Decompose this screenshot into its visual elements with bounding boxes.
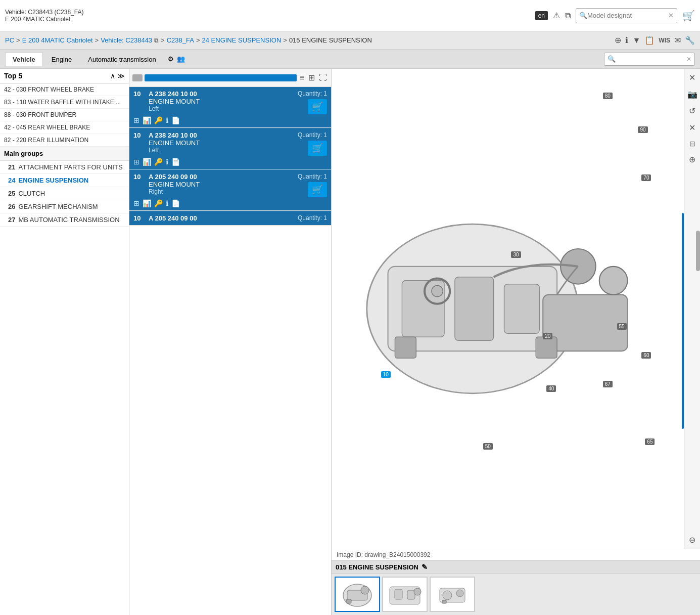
sidebar-top-item-4[interactable]: 42 - 045 REAR WHEEL BRAKE <box>0 121 129 134</box>
info-icon-1[interactable]: ℹ <box>166 116 168 124</box>
rt-camera-icon[interactable]: 📷 <box>685 87 699 101</box>
chart-icon-3[interactable]: 📊 <box>143 199 151 207</box>
rt-close-icon[interactable]: ✕ <box>687 71 697 84</box>
svg-point-14 <box>361 586 369 594</box>
toolbar-color-box <box>132 74 143 81</box>
sidebar-group-25[interactable]: 25 CLUTCH <box>0 187 129 200</box>
sidebar-group-21[interactable]: 21 ATTACHMENT PARTS FOR UNITS <box>0 161 129 174</box>
sidebar-groups-list[interactable]: 21 ATTACHMENT PARTS FOR UNITS 24 ENGINE … <box>0 161 129 615</box>
info-icon-3[interactable]: ℹ <box>166 199 168 207</box>
tab-search-box[interactable]: 🔍 ✕ <box>604 53 695 66</box>
doc-icon-3[interactable]: 📄 <box>171 199 180 207</box>
chart-icon-2[interactable]: 📊 <box>143 158 151 166</box>
add-to-cart-1[interactable]: 🛒 <box>308 99 327 114</box>
vehicle-id: Vehicle: C238443 (C238_FA) <box>5 9 83 16</box>
settings-icon[interactable]: ⚙ <box>168 55 174 63</box>
table-icon-1[interactable]: ⊞ <box>133 116 139 124</box>
tab-search-icon: 🔍 <box>608 55 616 63</box>
label-67: 67 <box>603 381 613 387</box>
filter-icon[interactable]: ▼ <box>632 36 640 45</box>
tab-vehicle[interactable]: Vehicle <box>5 52 43 66</box>
model-search-input[interactable] <box>587 12 668 19</box>
chart-icon-1[interactable]: 📊 <box>143 116 151 124</box>
part-row-2: 10 A 238 240 10 00 ENGINE MOUNT Left Qua… <box>129 128 331 169</box>
tab-engine[interactable]: Engine <box>44 52 79 66</box>
alert-icon[interactable]: ⚠ <box>553 11 560 20</box>
rt-cross-icon[interactable]: ✕ <box>687 121 697 135</box>
part-code-1: A 238 240 10 00 <box>149 90 298 98</box>
vehicle-model: E 200 4MATIC Cabriolet <box>5 16 83 23</box>
sidebar-header: Top 5 ∧ ≫ <box>0 69 129 83</box>
qty-label-3: Quantity: 1 <box>298 173 327 180</box>
sidebar-header-icons: ∧ ≫ <box>110 72 125 80</box>
rt-resize-icon[interactable]: ⊟ <box>687 138 697 150</box>
vehicle-copy-icon[interactable]: ⧉ <box>154 37 159 44</box>
svg-point-8 <box>561 249 596 284</box>
mail-icon[interactable]: ✉ <box>674 35 681 45</box>
info-icon[interactable]: ℹ <box>625 35 628 45</box>
rt-zoomout-icon[interactable]: ⊖ <box>687 533 697 547</box>
tools-icon[interactable]: 🔧 <box>685 35 695 45</box>
thumbnail-3[interactable] <box>430 577 475 612</box>
breadcrumb-model[interactable]: E 200 4MATIC Cabriolet <box>22 36 93 44</box>
right-section: 80 90 70 30 20 55 60 10 40 67 50 65 ✕ 📷 … <box>332 69 700 615</box>
key-icon-2[interactable]: 🔑 <box>154 158 163 166</box>
qty-label-1: Quantity: 1 <box>298 90 327 97</box>
clear-search-icon[interactable]: ✕ <box>668 12 674 19</box>
model-search-box[interactable]: 🔍 ✕ <box>576 8 677 23</box>
sidebar-top-item-2[interactable]: 83 - 110 WATER BAFFLE WITH INTAKE ... <box>0 96 129 109</box>
tab-search-clear[interactable]: ✕ <box>686 56 691 63</box>
breadcrumb-pc[interactable]: PC <box>5 36 14 44</box>
table-icon-3[interactable]: ⊞ <box>133 199 139 207</box>
label-20: 20 <box>543 333 552 339</box>
breadcrumb-vehicle[interactable]: Vehicle: C238443 <box>101 36 152 44</box>
sidebar-group-26[interactable]: 26 GEARSHIFT MECHANISM <box>0 200 129 213</box>
label-55: 55 <box>617 323 627 330</box>
sidebar-top-item-1[interactable]: 42 - 030 FRONT WHEEL BRAKE <box>0 83 129 96</box>
group-icon[interactable]: 👥 <box>177 55 185 63</box>
label-50: 50 <box>483 443 493 450</box>
add-to-cart-2[interactable]: 🛒 <box>308 141 327 156</box>
key-icon-1[interactable]: 🔑 <box>154 116 163 124</box>
info-icon-2[interactable]: ℹ <box>166 158 168 166</box>
fullscreen-btn[interactable]: ⛶ <box>318 72 328 83</box>
thumbnail-2[interactable] <box>382 577 428 612</box>
tab-automatic-transmission[interactable]: Automatic transmission <box>80 52 163 66</box>
part-detail-2: Left <box>149 147 298 154</box>
cart-icon[interactable]: 🛒 <box>682 10 695 22</box>
part-qty-4: Quantity: 1 <box>298 214 327 222</box>
part-code-4: A 205 240 09 00 <box>149 214 298 222</box>
svg-rect-3 <box>455 277 494 340</box>
engine-diagram-area: 80 90 70 30 20 55 60 10 40 67 50 65 <box>332 69 684 549</box>
breadcrumb-24[interactable]: 24 ENGINE SUSPENSION <box>202 36 282 44</box>
lang-selector[interactable]: en <box>535 11 548 20</box>
search-icon: 🔍 <box>579 12 587 19</box>
sidebar-group-27[interactable]: 27 MB AUTOMATIC TRANSMISSION <box>0 213 129 227</box>
wis-icon[interactable]: WIS <box>659 37 670 44</box>
table-icon-2[interactable]: ⊞ <box>133 158 139 166</box>
sidebar-collapse-icon[interactable]: ∧ <box>110 72 115 80</box>
expand-btn[interactable]: ⊞ <box>307 72 316 83</box>
sidebar-top-item-3[interactable]: 88 - 030 FRONT BUMPER <box>0 109 129 121</box>
tabs-bar: Vehicle Engine Automatic transmission ⚙ … <box>0 50 700 69</box>
doc-icon-2[interactable]: 📄 <box>171 158 180 166</box>
rt-history-icon[interactable]: ↺ <box>687 104 697 118</box>
tab-search-input[interactable] <box>616 55 686 63</box>
zoom-icon[interactable]: ⊕ <box>615 35 621 45</box>
add-to-cart-3[interactable]: 🛒 <box>308 182 327 197</box>
image-and-toolbar: 80 90 70 30 20 55 60 10 40 67 50 65 ✕ 📷 … <box>332 69 700 549</box>
part-actions-2: ⊞ 📊 🔑 ℹ 📄 <box>133 158 327 166</box>
rt-zoomin-icon[interactable]: ⊕ <box>687 153 697 166</box>
sidebar-top-item-5[interactable]: 82 - 220 REAR ILLUMINATION <box>0 134 129 147</box>
sidebar-group-24[interactable]: 24 ENGINE SUSPENSION <box>0 174 129 187</box>
thumbnail-1[interactable] <box>335 577 380 612</box>
doc-icon[interactable]: 📋 <box>644 35 655 45</box>
copy-icon[interactable]: ⧉ <box>565 11 571 20</box>
key-icon-3[interactable]: 🔑 <box>154 199 163 207</box>
doc-icon-1[interactable]: 📄 <box>171 116 180 124</box>
sidebar-close-icon[interactable]: ≫ <box>117 72 125 80</box>
breadcrumb-fa[interactable]: C238_FA <box>167 36 194 44</box>
thumbnails-list <box>332 574 700 615</box>
edit-icon[interactable]: ✎ <box>422 563 428 571</box>
list-view-btn[interactable]: ≡ <box>299 72 305 83</box>
